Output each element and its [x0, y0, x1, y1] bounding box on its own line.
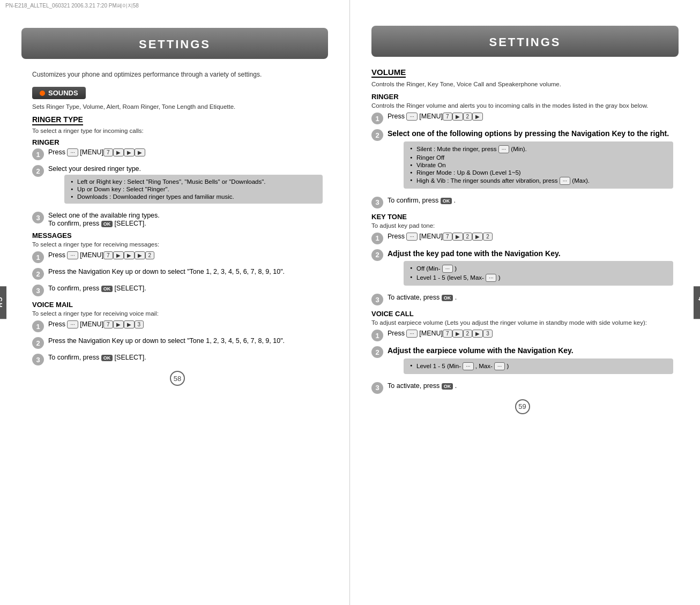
vm-step2: 2 Press the Navigation Key up or down to…	[32, 337, 323, 349]
voice-mail-desc: To select a ringer type for receiving vo…	[32, 310, 323, 317]
r-ringer-info-item: Vibrate On	[409, 161, 668, 169]
left-page-number: 58	[32, 371, 323, 386]
r-ringer-step1-text: Press ··· [MENU]7▶2▶	[388, 113, 483, 120]
vc-step1-text: Press ··· [MENU]7▶2▶3	[388, 330, 493, 337]
intro-text: Customizes your phone and optimizes perf…	[32, 70, 323, 79]
msg-step1-text: Press ··· [MENU]7▶▶▶2	[48, 251, 154, 259]
ringer-type-desc: To select a ringer type for incoming cal…	[32, 128, 323, 134]
msg-step3: 3 To confirm, press OK [SELECT].	[32, 284, 323, 296]
r-ringer-info-item: Ringer Off	[409, 154, 668, 161]
vm-step1: 1 Press ··· [MENU]7▶▶3	[32, 320, 323, 332]
messages-heading: MESSAGES	[32, 231, 323, 240]
r-ringer-step2: 2 Select one of the following options by…	[371, 129, 673, 192]
vc-step3-text: To activate, press OK .	[388, 382, 457, 390]
step-num-3: 3	[32, 212, 44, 223]
kt-step3: 3 To activate, press OK .	[371, 293, 673, 305]
kt-info-item: Off (Min- ··· )	[409, 264, 668, 273]
r-ringer-step1: 1 Press ··· [MENU]7▶2▶	[371, 112, 673, 124]
ringer-step2-text: Select your desired ringer type.	[48, 165, 141, 173]
vc-info-item: Level 1 - 5 (Min- ··· , Max- ··· )	[409, 362, 668, 371]
ringer-info-box: Left or Right key : Select "Ring Tones",…	[64, 175, 323, 204]
r-ringer-info-item: Ringer Mode : Up & Down (Level 1~5)	[409, 169, 668, 176]
ch-tab-left: CH4	[0, 286, 6, 319]
ringer-step2: 2 Select your desired ringer type. Left …	[32, 165, 323, 207]
sounds-desc: Sets Ringer Type, Volume, Alert, Roam Ri…	[32, 103, 323, 110]
ringer-desc-right: Controls the Ringer volume and alerts yo…	[371, 102, 673, 109]
r-ringer-info-item: High & Vib : The ringer sounds after vib…	[409, 176, 668, 185]
r-ringer-step3: 3 To confirm, press OK .	[371, 196, 673, 208]
kt-step2: 2 Adjust the key pad tone with the Navig…	[371, 249, 673, 289]
vc-step3: 3 To activate, press OK .	[371, 382, 673, 394]
vm-step3-text: To confirm, press OK [SELECT].	[48, 354, 146, 361]
kt-info-box: Off (Min- ··· ) Level 1 - 5 (level 5, Ma…	[404, 261, 673, 286]
vc-info-box: Level 1 - 5 (Min- ··· , Max- ··· )	[404, 358, 673, 374]
r-ringer-info-item: Silent : Mute the ringer, press ··· (Min…	[409, 145, 668, 154]
ringer-heading-right: RINGER	[371, 93, 673, 101]
volume-desc: Controls the Ringer, Key Tone, Voice Cal…	[371, 81, 673, 87]
msg-step2: 2 Press the Navigation Key up or down to…	[32, 267, 323, 280]
vm-step1-text: Press ··· [MENU]7▶▶3	[48, 320, 144, 328]
kt-step2-text: Adjust the key pad tone with the Navigat…	[388, 249, 561, 258]
volume-heading: VOLUME	[371, 68, 406, 78]
key-tone-desc: To adjust key pad tone:	[371, 222, 673, 229]
vc-step2: 2 Adjust the earpiece volume with the Na…	[371, 346, 673, 377]
kt-step3-text: To activate, press OK .	[388, 294, 457, 301]
r-ringer-step3-text: To confirm, press OK .	[388, 197, 456, 204]
voice-mail-heading: VOICE MAIL	[32, 301, 323, 309]
voice-call-desc: To adjust earpiece volume (Lets you adju…	[371, 319, 673, 326]
ringer-type-heading: RINGER TYPE	[32, 115, 83, 125]
voice-call-heading: VOICE CALL	[371, 310, 673, 318]
file-info: PN-E218_ALLTEL_060321 2006.3.21 7:20 PM페…	[0, 0, 349, 12]
vm-step3: 3 To confirm, press OK [SELECT].	[32, 353, 323, 365]
ringer-info-item: Downloads : Downloaded ringer types and …	[70, 193, 317, 200]
ch-tab-right: CH4	[694, 286, 700, 319]
r-ringer-info-box: Silent : Mute the ringer, press ··· (Min…	[404, 141, 673, 189]
ringer-step1: 1 Press ··· [MENU]7▶▶▶	[32, 148, 323, 160]
vc-step1: 1 Press ··· [MENU]7▶2▶3	[371, 329, 673, 341]
kt-step1-text: Press ··· [MENU]7▶2▶2	[388, 233, 493, 240]
r-ringer-step2-text: Select one of the following options by p…	[388, 129, 669, 138]
ringer-info-item: Up or Down key : Select "Ringer".	[70, 185, 317, 193]
key-tone-heading: KEY TONE	[371, 213, 673, 221]
messages-desc: To select a ringer type for receiving me…	[32, 241, 323, 248]
vc-step2-text: Adjust the earpiece volume with the Navi…	[388, 346, 574, 355]
msg-step2-text: Press the Navigation Key up or down to s…	[48, 268, 285, 275]
right-header-bar: SETTINGS	[371, 26, 679, 57]
sounds-button: SOUNDS	[32, 87, 86, 99]
ringer-step3: 3 Select one of the available ring types…	[32, 211, 323, 227]
msg-step3-text: To confirm, press OK [SELECT].	[48, 285, 146, 292]
ringer-info-item: Left or Right key : Select "Ring Tones",…	[70, 178, 317, 185]
kt-step1: 1 Press ··· [MENU]7▶2▶2	[371, 232, 673, 244]
left-header-bar: SETTINGS	[21, 28, 328, 59]
right-page-number: 59	[371, 399, 673, 414]
kt-info-item: Level 1 - 5 (level 5, Max- ··· )	[409, 273, 668, 282]
vm-step2-text: Press the Navigation Key up or down to s…	[48, 337, 285, 345]
msg-step1: 1 Press ··· [MENU]7▶▶▶2	[32, 251, 323, 263]
step-num-2: 2	[32, 165, 44, 177]
ringer-step3-text: Select one of the available ring types.T…	[48, 212, 160, 227]
ringer-step1-text: Press ··· [MENU]7▶▶▶	[48, 148, 145, 156]
step-num-1: 1	[32, 148, 44, 160]
ringer-subheading: RINGER	[32, 138, 323, 146]
